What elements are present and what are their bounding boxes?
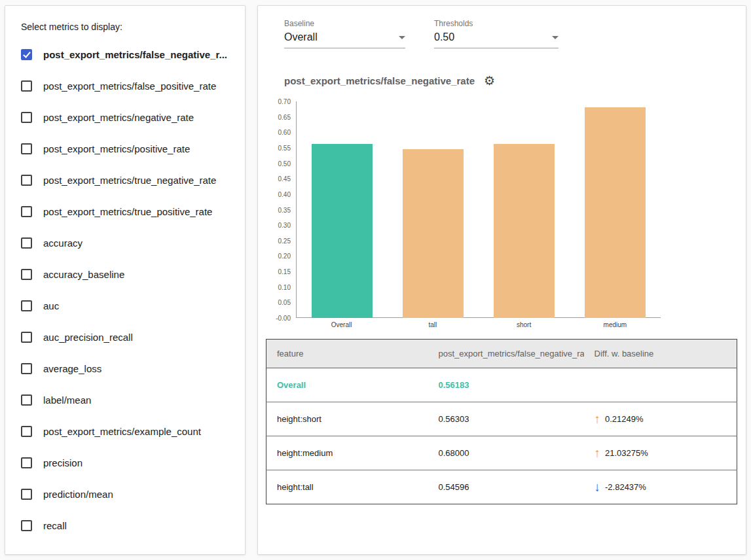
- checkbox-icon[interactable]: [21, 363, 32, 374]
- baseline-value: Overall: [284, 31, 318, 43]
- diff-value: 21.03275%: [605, 448, 648, 458]
- metric-checkbox-item[interactable]: accuracy: [21, 227, 229, 258]
- checkbox-icon[interactable]: [21, 394, 32, 406]
- checkbox-icon[interactable]: [21, 332, 32, 343]
- bars-row: [297, 101, 661, 318]
- metrics-table-body: Overall0.56183height:short0.56303↑0.2124…: [266, 368, 737, 504]
- checkbox-icon[interactable]: [21, 206, 32, 217]
- metric-label: post_export_metrics/negative_rate: [43, 112, 194, 123]
- diff-cell: ↓-2.82437%: [584, 470, 737, 504]
- app-root: Select metrics to display: post_export_m…: [0, 0, 751, 560]
- checkbox-icon[interactable]: [21, 457, 32, 468]
- thresholds-label: Thresholds: [434, 19, 559, 28]
- arrow-down-icon: ↓: [595, 481, 601, 493]
- checkbox-icon[interactable]: [21, 489, 32, 500]
- plot-area: [296, 101, 661, 318]
- x-labels-row: Overalltallshortmedium: [296, 318, 661, 328]
- metric-label: label/mean: [43, 394, 91, 406]
- table-header-row: feature post_export_metrics/false_negati…: [266, 340, 737, 368]
- checkbox-icon[interactable]: [21, 426, 32, 437]
- diff-cell: [584, 368, 737, 402]
- arrow-up-icon: ↑: [595, 413, 601, 425]
- bar-medium[interactable]: [585, 107, 646, 318]
- metric-checkbox-item[interactable]: post_export_metrics/false_negative_r...: [21, 39, 229, 70]
- checkbox-checked-icon[interactable]: [21, 49, 32, 60]
- value-cell: 0.68000: [428, 436, 584, 470]
- metric-checkbox-item[interactable]: post_export_metrics/positive_rate: [21, 133, 229, 164]
- metrics-table: feature post_export_metrics/false_negati…: [266, 339, 737, 504]
- metric-label: post_export_metrics/example_count: [43, 426, 201, 437]
- x-axis-label: short: [479, 318, 570, 328]
- dropdown-arrow-icon[interactable]: [552, 36, 559, 39]
- diff-value: -2.82437%: [605, 482, 646, 492]
- metric-selector-panel: Select metrics to display: post_export_m…: [5, 5, 246, 555]
- diff-value: 0.21249%: [605, 414, 644, 424]
- checkbox-icon[interactable]: [21, 112, 32, 123]
- y-axis-tick-label: 0.70: [262, 98, 291, 105]
- metric-checkbox-item[interactable]: post_export_metrics/example_count: [21, 415, 229, 447]
- checkbox-icon[interactable]: [21, 80, 32, 92]
- metric-label: prediction/mean: [43, 489, 113, 500]
- bar-tall[interactable]: [403, 149, 464, 318]
- y-axis-tick-label: 0.35: [262, 207, 291, 214]
- metric-checkbox-item[interactable]: recall: [21, 510, 229, 541]
- metric-checkbox-item[interactable]: auc_precision_recall: [21, 321, 229, 353]
- settings-icon[interactable]: ⚙: [484, 75, 495, 87]
- dropdown-arrow-icon[interactable]: [399, 36, 405, 39]
- value-cell: 0.56303: [428, 402, 584, 436]
- x-axis-label: tall: [387, 318, 478, 328]
- metric-label: auc: [43, 300, 59, 311]
- y-axis-tick-label: 0.45: [262, 175, 291, 183]
- y-axis-tick-label: 0.25: [262, 237, 291, 245]
- y-axis-tick-label: 0.30: [262, 222, 291, 229]
- x-axis-label: Overall: [296, 318, 387, 328]
- y-axis-tick-label: 0.60: [262, 129, 291, 136]
- y-axis-tick-label: 0.20: [262, 253, 291, 260]
- metric-checkbox-item[interactable]: prediction/mean: [21, 478, 229, 510]
- table-header-feature: feature: [266, 340, 428, 368]
- metric-selector-title: Select metrics to display:: [21, 22, 229, 32]
- checkbox-icon[interactable]: [21, 143, 32, 154]
- table-row: height:tall0.54596↓-2.82437%: [266, 470, 737, 504]
- bar-short[interactable]: [494, 144, 555, 318]
- bar-Overall[interactable]: [312, 144, 373, 318]
- table-header-diff: Diff. w. baseline: [584, 340, 737, 368]
- metric-checkbox-item[interactable]: post_export_metrics/false_positive_rate: [21, 70, 229, 101]
- metric-checkbox-item[interactable]: auc: [21, 290, 229, 321]
- bar-chart: 0.700.650.600.550.500.450.400.350.300.25…: [267, 101, 738, 328]
- y-axis-tick-label: 0.05: [262, 299, 291, 306]
- table-header-metric: post_export_metrics/false_negative_rat..…: [428, 340, 584, 368]
- diff-cell: ↑0.21249%: [584, 402, 737, 436]
- chart-title: post_export_metrics/false_negative_rate: [284, 75, 475, 86]
- controls-row: Baseline Overall Thresholds 0.50: [284, 19, 738, 48]
- y-axis-tick-label: 0.40: [262, 191, 291, 198]
- metric-checkbox-item[interactable]: post_export_metrics/true_positive_rate: [21, 196, 229, 227]
- table-row: Overall0.56183: [266, 368, 737, 402]
- value-cell: 0.54596: [428, 470, 584, 504]
- thresholds-select[interactable]: Thresholds 0.50: [434, 19, 559, 48]
- metric-label: recall: [43, 520, 67, 531]
- metric-checkbox-item[interactable]: label/mean: [21, 384, 229, 415]
- metrics-display-panel: Baseline Overall Thresholds 0.50 post_ex…: [257, 5, 746, 555]
- feature-cell: Overall: [266, 368, 428, 402]
- checkbox-icon[interactable]: [21, 520, 32, 531]
- checkbox-icon[interactable]: [21, 175, 32, 186]
- metric-label: auc_precision_recall: [43, 332, 133, 343]
- metric-list: post_export_metrics/false_negative_r...p…: [21, 39, 229, 541]
- diff-cell: ↑21.03275%: [584, 436, 737, 470]
- y-axis-tick-label: 0.15: [262, 268, 291, 275]
- x-axis-label: medium: [570, 318, 661, 328]
- baseline-select[interactable]: Baseline Overall: [284, 19, 405, 48]
- thresholds-value: 0.50: [434, 31, 454, 43]
- metric-checkbox-item[interactable]: accuracy_baseline: [21, 258, 229, 290]
- metric-checkbox-item[interactable]: precision: [21, 447, 229, 478]
- feature-cell: height:short: [266, 402, 428, 436]
- metric-checkbox-item[interactable]: post_export_metrics/negative_rate: [21, 101, 229, 133]
- metric-label: post_export_metrics/true_negative_rate: [43, 175, 216, 186]
- checkbox-icon[interactable]: [21, 237, 32, 249]
- metric-checkbox-item[interactable]: average_loss: [21, 353, 229, 384]
- metric-checkbox-item[interactable]: post_export_metrics/true_negative_rate: [21, 164, 229, 196]
- baseline-label: Baseline: [284, 19, 405, 28]
- checkbox-icon[interactable]: [21, 269, 32, 280]
- checkbox-icon[interactable]: [21, 300, 32, 311]
